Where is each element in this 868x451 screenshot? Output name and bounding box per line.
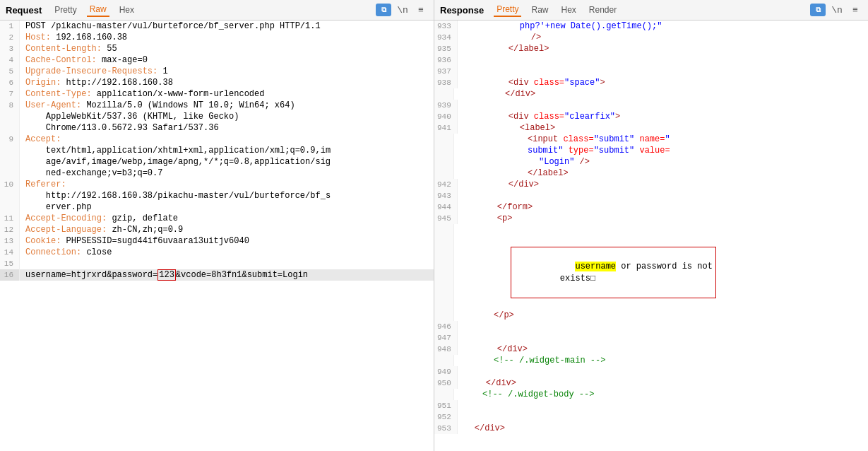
- response-line-939: 939: [434, 100, 868, 111]
- response-line-937: 937: [434, 66, 868, 77]
- response-line-941d: "Login" />: [434, 156, 868, 168]
- request-line-8: 8 User-Agent: Mozilla/5.0 (Windows NT 10…: [0, 100, 434, 134]
- request-line-12: 12 Accept-Language: zh-CN,zh;q=0.9: [0, 224, 434, 235]
- request-line-6: 6 Origin: http://192.168.160.38: [0, 77, 434, 88]
- response-line-935: 935 </label>: [434, 43, 868, 54]
- tab-render-response[interactable]: Render: [586, 4, 619, 16]
- tab-pretty-request[interactable]: Pretty: [52, 4, 79, 16]
- request-header: Request Pretty Raw Hex ⧉ \n ≡: [0, 0, 434, 20]
- request-line-11: 11 Accept-Encoding: gzip, deflate: [0, 213, 434, 224]
- request-line-7: 7 Content-Type: application/x-www-form-u…: [0, 88, 434, 100]
- tab-raw-response[interactable]: Raw: [528, 4, 551, 16]
- tab-pretty-response[interactable]: Pretty: [494, 3, 521, 17]
- response-title: Response: [440, 5, 484, 16]
- request-line-16: 16 username=htjrxrd&password=123&vcode=8…: [0, 269, 434, 281]
- response-line-950: 950 </div>: [434, 377, 868, 389]
- response-line-945b: username or password is not exists□: [434, 224, 868, 310]
- response-line-953: 953 </div>: [434, 423, 868, 434]
- request-line-2: 2 Host: 192.168.160.38: [0, 32, 434, 43]
- response-line-938: 938 <div class="space">: [434, 77, 868, 88]
- request-line-15: 15: [0, 258, 434, 269]
- request-line-14: 14 Connection: close: [0, 247, 434, 258]
- response-line-948b: <!-- /.widget-main -->: [434, 355, 868, 366]
- username-highlight: username: [575, 262, 616, 271]
- wrap-button-request[interactable]: \n: [396, 3, 410, 17]
- copy-button-response[interactable]: ⧉: [810, 4, 826, 16]
- response-line-941e: </label>: [434, 168, 868, 179]
- response-line-952: 952: [434, 411, 868, 423]
- request-title: Request: [6, 5, 42, 16]
- response-line-934: 934 />: [434, 32, 868, 43]
- response-line-936: 936: [434, 54, 868, 66]
- response-line-941c: submit" type="submit" value=: [434, 145, 868, 156]
- response-line-940: 940 <div class="clearfix">: [434, 111, 868, 122]
- request-line-1: 1 POST /pikachu-master/vul/burteforce/bf…: [0, 20, 434, 32]
- menu-button-request[interactable]: ≡: [414, 3, 428, 17]
- response-line-950b: <!-- /.widget-body -->: [434, 389, 868, 400]
- copy-button-request[interactable]: ⧉: [376, 4, 391, 16]
- request-panel: Request Pretty Raw Hex ⧉ \n ≡ 1 POST /pi…: [0, 0, 434, 451]
- response-line-951: 951: [434, 400, 868, 411]
- tab-hex-request[interactable]: Hex: [117, 4, 137, 16]
- request-line-3: 3 Content-Length: 55: [0, 43, 434, 54]
- request-code-area: 1 POST /pikachu-master/vul/burteforce/bf…: [0, 20, 434, 451]
- tab-raw-request[interactable]: Raw: [87, 3, 109, 17]
- response-code-area: 933 php?'+new Date().getTime();" 934 /> …: [434, 20, 868, 451]
- request-line-10: 10 Referer: http://192.168.160.38/pikach…: [0, 179, 434, 213]
- response-line-945c: </p>: [434, 310, 868, 321]
- response-line-946: 946: [434, 321, 868, 332]
- request-line-4: 4 Cache-Control: max-age=0: [0, 54, 434, 66]
- request-line-13: 13 Cookie: PHPSESSID=sugd44if6uvaara13ui…: [0, 235, 434, 247]
- response-line-948: 948 </div>: [434, 344, 868, 355]
- response-line-943: 943: [434, 190, 868, 201]
- menu-button-response[interactable]: ≡: [848, 3, 862, 17]
- response-line-949: 949: [434, 366, 868, 377]
- response-line-947: 947: [434, 332, 868, 344]
- response-line-944: 944 </form>: [434, 201, 868, 213]
- response-line-942: 942 </div>: [434, 179, 868, 190]
- response-line-945: 945 <p>: [434, 213, 868, 224]
- response-line-933: 933 php?'+new Date().getTime();": [434, 20, 868, 32]
- response-header: Response Pretty Raw Hex Render ⧉ \n ≡: [434, 0, 868, 20]
- request-line-5: 5 Upgrade-Insecure-Requests: 1: [0, 66, 434, 77]
- response-panel: Response Pretty Raw Hex Render ⧉ \n ≡ 93…: [434, 0, 868, 451]
- wrap-button-response[interactable]: \n: [830, 3, 844, 17]
- tab-hex-response[interactable]: Hex: [559, 4, 579, 16]
- request-line-9: 9 Accept: text/html,application/xhtml+xm…: [0, 134, 434, 179]
- response-line-941b: <input class="submit" name=": [434, 134, 868, 145]
- response-line-941: 941 <label>: [434, 122, 868, 134]
- response-line-938b: </div>: [434, 88, 868, 100]
